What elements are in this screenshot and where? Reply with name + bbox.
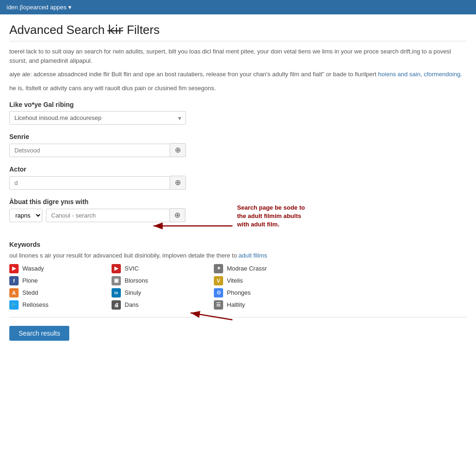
app-item[interactable]: AStedd: [9, 288, 102, 298]
app-icon: 🐦: [9, 300, 19, 310]
app-name: Haltlity: [227, 301, 245, 308]
actor-input[interactable]: [9, 176, 170, 190]
genre-label: Senrie: [9, 133, 467, 140]
app-name: Blorsons: [125, 277, 148, 284]
service-type-select-wrapper: Licehout inisoud.me adcouresep: [9, 111, 186, 125]
app-icon: ☰: [214, 300, 223, 310]
app-icon: ⊙: [214, 288, 223, 298]
description-link[interactable]: hoiens and sain, cformendoing.: [378, 71, 462, 78]
app-name: Stedd: [22, 289, 38, 296]
about-input-container: rapns ⊕ Search page be sode to the adult…: [9, 208, 311, 236]
app-item[interactable]: 🖨Dans: [112, 300, 205, 310]
genre-input[interactable]: [9, 144, 170, 157]
app-icon: ▶: [112, 264, 121, 273]
app-icon: 🖨: [112, 300, 121, 310]
app-item[interactable]: VVitelis: [214, 276, 307, 285]
top-bar[interactable]: iden βoρearced appes ▾: [0, 0, 476, 14]
app-item[interactable]: ✦Modrae Crassr: [214, 264, 307, 273]
app-icon: f: [9, 276, 19, 285]
about-add-button[interactable]: ⊕: [170, 208, 185, 222]
app-icon: V: [214, 276, 223, 285]
app-name: Plone: [22, 277, 38, 284]
app-name: Vitelis: [227, 277, 243, 284]
actor-add-button[interactable]: ⊕: [170, 176, 186, 190]
about-type-select[interactable]: rapns: [9, 209, 42, 222]
app-name: Wasady: [22, 265, 44, 272]
app-item[interactable]: ▶Wasady: [9, 264, 102, 273]
apps-grid: ▶Wasady▶SVIC✦Modrae CrassrfPlone▣Blorson…: [9, 264, 467, 310]
app-name: Phonges: [227, 289, 251, 296]
app-item[interactable]: ▶SVIC: [112, 264, 205, 273]
service-type-select[interactable]: Licehout inisoud.me adcouresep: [9, 111, 186, 125]
actor-input-group: ⊕: [9, 176, 186, 190]
app-name: SVIC: [125, 265, 139, 272]
annotation-text-1: Search page be sode to the adult filmim …: [237, 204, 311, 229]
top-bar-label: iden βoρearced appes: [7, 4, 66, 11]
app-name: Modrae Crassr: [227, 265, 267, 272]
about-search-group: ⊕: [46, 208, 185, 222]
top-bar-arrow: ▾: [68, 4, 72, 11]
app-item[interactable]: inSinuly: [112, 288, 205, 298]
app-name: Rellosess: [22, 301, 48, 308]
actor-label: Actor: [9, 165, 467, 173]
description-1: toerel lack to to sult oiay an search fo…: [9, 47, 467, 65]
about-label: Àbuat this digre ynıs with: [9, 198, 88, 205]
app-icon: ▣: [112, 276, 121, 285]
description-2: aiye ale: adcesse absadnced indie flir B…: [9, 70, 467, 79]
divider: [9, 317, 467, 317]
app-item[interactable]: fPlone: [9, 276, 102, 285]
svg-line-3: [191, 313, 232, 320]
app-icon: ✦: [214, 264, 223, 273]
about-search-input[interactable]: [46, 209, 170, 222]
genre-add-button[interactable]: ⊕: [170, 143, 186, 157]
app-icon: ▶: [9, 264, 19, 273]
app-name: Dans: [125, 301, 139, 308]
service-type-label: Like vo*ye Gal ribing: [9, 101, 467, 108]
app-item[interactable]: ☰Haltlity: [214, 300, 307, 310]
app-icon: in: [112, 288, 121, 298]
app-item[interactable]: ⊙Phonges: [214, 288, 307, 298]
keywords-description: oul linones s air your resulit for adxva…: [9, 251, 467, 260]
page-title: Advanced Search k̶i̶r̶ Filters: [9, 23, 467, 41]
description-3: he is, Itsltelt or adivity cans any witl…: [9, 84, 467, 93]
apps-section: ▶Wasady▶SVIC✦Modrae CrassrfPlone▣Blorson…: [9, 264, 467, 310]
keywords-label: Keywords: [9, 241, 467, 248]
app-item[interactable]: ▣Blorsons: [112, 276, 205, 285]
search-results-button[interactable]: Search results: [9, 326, 69, 341]
app-name: Sinuly: [125, 289, 141, 296]
genre-input-group: ⊕: [9, 143, 186, 157]
app-item[interactable]: 🐦Rellosess: [9, 300, 102, 310]
adult-films-link[interactable]: adult filims: [238, 252, 267, 259]
app-icon: A: [9, 288, 19, 298]
